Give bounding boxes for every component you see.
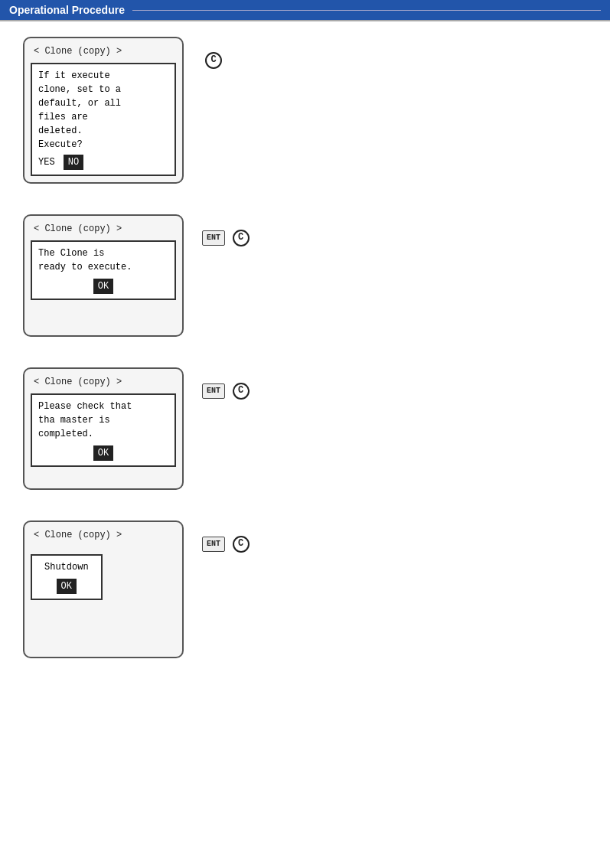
device-title-4: < Clone (copy) > — [31, 528, 176, 542]
device-box-2: < Clone (copy) > The Clone is ready to e… — [23, 214, 184, 337]
section-4: < Clone (copy) > Shutdown OK ENT C — [23, 520, 587, 658]
dialog-line: files are — [38, 110, 168, 124]
section-1: < Clone (copy) > If it execute clone, se… — [23, 37, 587, 184]
device-title-2: < Clone (copy) > — [31, 222, 176, 236]
dialog-line: If it execute — [38, 69, 168, 83]
circle-c-icon-2: C — [233, 230, 250, 246]
ok-button-2[interactable]: OK — [93, 279, 113, 294]
section-3: < Clone (copy) > Please check that tha m… — [23, 367, 587, 490]
page-content: < Clone (copy) > If it execute clone, se… — [0, 21, 610, 704]
dialog-box-4: Shutdown OK — [31, 554, 103, 600]
device-box-3: < Clone (copy) > Please check that tha m… — [23, 367, 184, 490]
device-box-1: < Clone (copy) > If it execute clone, se… — [23, 37, 184, 184]
ent-key-3: ENT — [202, 383, 225, 399]
ok-button-row-3: OK — [38, 444, 168, 461]
description-3: ENT C — [184, 367, 587, 400]
description-4: ENT C — [184, 520, 587, 553]
dialog-box-3: Please check that tha master is complete… — [31, 393, 176, 467]
dialog-line: default, or all — [38, 96, 168, 110]
ok-button-3[interactable]: OK — [93, 445, 113, 461]
ok-button-row-4: OK — [44, 577, 89, 594]
circle-c-icon-4: C — [233, 536, 250, 553]
ent-key-4: ENT — [202, 537, 225, 552]
header-line — [132, 10, 601, 11]
dialog-line: tha master is — [38, 413, 168, 427]
shutdown-label: Shutdown — [44, 560, 89, 574]
yes-label: YES — [38, 155, 55, 169]
ok-button-4[interactable]: OK — [57, 579, 77, 594]
dialog-line: deleted. — [38, 124, 168, 138]
circle-c-icon-1: C — [205, 52, 222, 69]
dialog-line: Execute? — [38, 138, 168, 152]
dialog-line: clone, set to a — [38, 83, 168, 96]
circle-c-icon-3: C — [233, 383, 250, 400]
dialog-line: completed. — [38, 427, 168, 441]
ent-key-2: ENT — [202, 230, 225, 246]
device-title-1: < Clone (copy) > — [31, 44, 176, 58]
dialog-line: ready to execute. — [38, 260, 168, 274]
device-box-4: < Clone (copy) > Shutdown OK — [23, 520, 184, 658]
dialog-line: Please check that — [38, 400, 168, 413]
description-1: C — [184, 37, 587, 69]
device-title-3: < Clone (copy) > — [31, 375, 176, 389]
ok-button-row-2: OK — [38, 277, 168, 294]
dialog-box-2: The Clone is ready to execute. OK — [31, 240, 176, 300]
page-header: Operational Procedure — [0, 0, 610, 21]
button-row-1: YES NO — [38, 155, 168, 170]
header-title: Operational Procedure — [9, 4, 125, 16]
dialog-line: The Clone is — [38, 246, 168, 260]
section-2: < Clone (copy) > The Clone is ready to e… — [23, 214, 587, 337]
description-2: ENT C — [184, 214, 587, 246]
dialog-box-1: If it execute clone, set to a default, o… — [31, 63, 176, 176]
no-button[interactable]: NO — [64, 155, 83, 170]
